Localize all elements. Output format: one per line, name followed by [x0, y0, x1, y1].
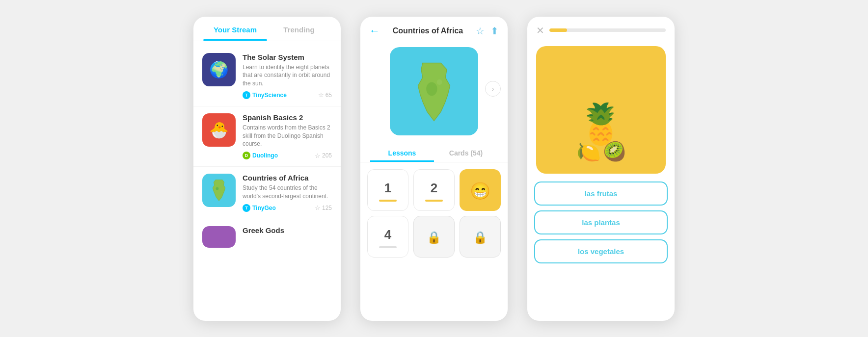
lesson-number: 2: [431, 181, 437, 196]
list-item[interactable]: 🐣 Spanish Basics 2 Contains words from t…: [193, 106, 341, 167]
tinyscience-icon: T: [243, 91, 250, 99]
close-button[interactable]: ✕: [536, 25, 544, 36]
item-title: The Solar System: [243, 53, 332, 61]
star-count: ☆ 65: [318, 91, 332, 99]
svg-point-1: [426, 82, 437, 96]
completion-emoji-icon: 😁: [470, 181, 490, 201]
tabs-header: Your Stream Trending: [193, 17, 341, 41]
item-thumbnail-solar: 🌍: [202, 53, 236, 86]
star-icon: ☆: [315, 204, 321, 211]
answer-button-3[interactable]: los vegetales: [534, 239, 668, 263]
progress-bar-fill: [549, 28, 567, 32]
back-button[interactable]: ←: [369, 25, 380, 37]
item-desc: Study the 54 countries of the world's se…: [243, 184, 332, 201]
kiwi-icon: 🥝: [603, 141, 626, 164]
item-meta: D Duolingo ☆ 205: [243, 152, 332, 159]
lesson-progress-bar: [379, 246, 397, 248]
author-label: D Duolingo: [243, 152, 278, 159]
star-icon: ☆: [318, 91, 324, 99]
item-thumbnail-spanish: 🐣: [202, 113, 236, 147]
author-label: T TinyScience: [243, 91, 287, 99]
answer-options: las frutas las plantas los vegetales: [527, 181, 675, 263]
duolingo-icon: D: [243, 152, 250, 159]
tab-lessons[interactable]: Lessons: [370, 143, 434, 162]
progress-bar-container: [549, 28, 666, 32]
svg-point-2: [437, 79, 442, 84]
lemon-icon: 🍋: [576, 141, 601, 164]
screens-container: Your Stream Trending 🌍 The Solar System …: [193, 17, 675, 321]
lesson-number: 4: [384, 227, 391, 242]
africa-map-large-icon: [405, 59, 463, 123]
item-title: Spanish Basics 2: [243, 113, 332, 122]
bookmark-icon[interactable]: ☆: [476, 25, 485, 37]
tab-stream-label: Your Stream: [214, 26, 257, 34]
africa-map-card: [390, 47, 478, 135]
chick-icon: 🐣: [209, 121, 229, 139]
item-thumbnail-africa: [202, 174, 236, 207]
item-info: Spanish Basics 2 Contains words from the…: [243, 113, 332, 159]
item-title: Greek Gods: [243, 226, 332, 234]
item-desc: Learn to identify the eight planets that…: [243, 63, 332, 88]
lesson-progress-bar: [425, 200, 443, 202]
svg-point-0: [216, 187, 219, 190]
map-container: ›: [360, 42, 508, 135]
lesson-cell-1[interactable]: 1: [367, 169, 408, 211]
stream-list: 🌍 The Solar System Learn to identify the…: [193, 41, 341, 254]
screen2-tabs: Lessons Cards (54): [360, 143, 508, 162]
share-icon[interactable]: ⬆: [490, 25, 499, 37]
lesson-number: 1: [384, 181, 391, 196]
next-arrow-button[interactable]: ›: [485, 81, 501, 97]
answer-button-2[interactable]: las plantas: [534, 210, 668, 234]
globe-icon: 🌍: [209, 60, 229, 79]
lock-icon: 🔒: [473, 231, 488, 244]
screen3-header: ✕: [527, 17, 675, 41]
tab-cards[interactable]: Cards (54): [434, 143, 498, 162]
item-meta: T TinyScience ☆ 65: [243, 91, 332, 99]
item-info: The Solar System Learn to identify the e…: [243, 53, 332, 99]
africa-detail-screen: ← Countries of Africa ☆ ⬆ › Lessons: [360, 17, 508, 321]
lesson-cell-3-completed[interactable]: 😁: [460, 169, 501, 211]
screen2-title: Countries of Africa: [393, 26, 463, 35]
lesson-cell-6-locked: 🔒: [460, 216, 501, 258]
lesson-cell-2[interactable]: 2: [413, 169, 455, 211]
list-item[interactable]: Greek Gods: [193, 219, 341, 249]
list-item-partial: Greek Gods: [193, 219, 341, 249]
list-item[interactable]: 🌍 The Solar System Learn to identify the…: [193, 46, 341, 106]
tab-trending-label: Trending: [283, 26, 314, 34]
tab-your-stream[interactable]: Your Stream: [203, 17, 267, 41]
screen2-header: ← Countries of Africa ☆ ⬆: [360, 17, 508, 42]
flashcard-screen: ✕ 🍍 🍋 🥝 las frutas las plantas: [527, 17, 675, 321]
stream-screen: Your Stream Trending 🌍 The Solar System …: [193, 17, 341, 321]
africa-map-icon: [208, 178, 230, 203]
list-item[interactable]: Countries of Africa Study the 54 countri…: [193, 167, 341, 219]
star-count: ☆ 205: [315, 152, 332, 159]
lessons-grid: 1 2 😁 4 🔒 🔒: [360, 162, 508, 264]
tinygeo-icon: T: [243, 204, 250, 212]
tab-trending[interactable]: Trending: [267, 17, 331, 41]
lesson-cell-5-locked: 🔒: [413, 216, 455, 258]
lock-icon: 🔒: [427, 231, 441, 244]
item-meta: T TinyGeo ☆ 125: [243, 204, 332, 212]
pineapple-icon: 🍍: [576, 104, 625, 144]
lesson-progress-bar: [379, 200, 397, 202]
lesson-cell-4[interactable]: 4: [367, 216, 408, 258]
header-actions: ☆ ⬆: [476, 25, 499, 37]
flashcard-image: 🍍 🍋 🥝: [536, 46, 666, 174]
item-desc: Contains words from the Basics 2 skill f…: [243, 124, 332, 148]
star-count: ☆ 125: [315, 204, 332, 211]
answer-button-1[interactable]: las frutas: [534, 181, 668, 206]
author-label: T TinyGeo: [243, 204, 276, 212]
item-info: Countries of Africa Study the 54 countri…: [243, 174, 332, 212]
item-title: Countries of Africa: [243, 174, 332, 182]
item-info: Greek Gods: [243, 226, 332, 234]
star-icon: ☆: [315, 152, 321, 159]
item-thumbnail-greek: [202, 226, 236, 248]
